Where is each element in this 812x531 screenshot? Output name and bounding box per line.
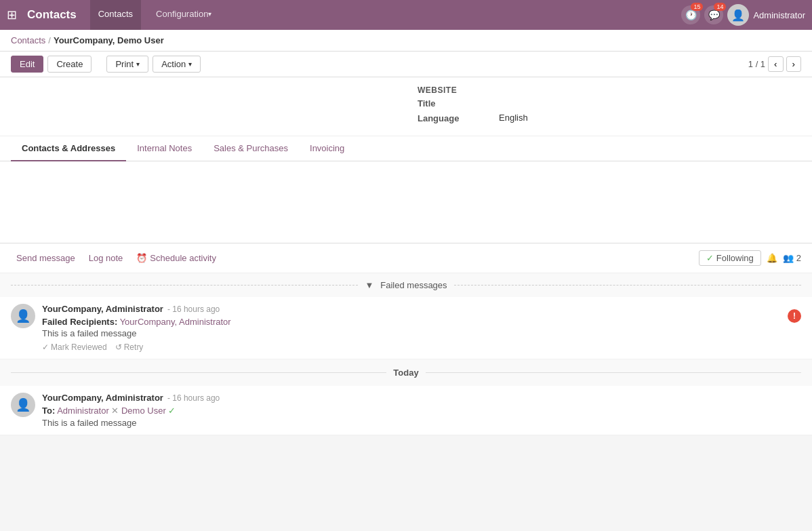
language-field-label: Language (418, 113, 499, 123)
today-label: Today (393, 368, 418, 378)
chat-badge-wrap[interactable]: 💬 14 (704, 5, 723, 24)
chatter-actions-bar: Send message Log note ⏰ Schedule activit… (0, 243, 812, 273)
record-right-panel: Website Title Language English (404, 85, 801, 127)
nav-config-arrow: ▾ (208, 10, 211, 18)
title-field-label: Title (418, 98, 499, 109)
grid-icon[interactable]: ⊞ (7, 7, 17, 22)
message-author-today: YourCompany, Administrator (42, 393, 163, 403)
failed-recipients-bold: Failed Recipients: (42, 317, 117, 327)
followers-count: 2 (796, 253, 801, 263)
check-icon-small: ✓ (42, 342, 49, 352)
action-buttons-group: Print ▾ Action ▾ (106, 56, 201, 73)
website-section-label: Website (418, 85, 801, 95)
tabs-bar: Contacts & Addresses Internal Notes Sale… (0, 136, 812, 161)
followers-badge[interactable]: 👥 2 (783, 253, 801, 263)
username-label: Administrator (753, 10, 805, 20)
breadcrumb-separator: / (48, 35, 51, 45)
failed-section-label: Failed messages (380, 280, 447, 290)
retry-label: Retry (124, 342, 144, 352)
toolbar: Edit Create Print ▾ Action ▾ 1 / 1 ‹ › (0, 52, 812, 77)
print-arrow: ▾ (136, 60, 140, 68)
today-divider: Today (0, 359, 812, 386)
edit-button[interactable]: Edit (11, 56, 43, 73)
nav-item-configuration[interactable]: Configuration ▾ (148, 0, 220, 30)
following-label: Following (716, 253, 754, 263)
mark-reviewed-link[interactable]: ✓ Mark Reviewed (42, 342, 107, 352)
nav-item-contacts[interactable]: Contacts (90, 0, 141, 30)
tab-internal-notes[interactable]: Internal Notes (126, 136, 203, 161)
message-body-today: YourCompany, Administrator - 16 hours ag… (42, 393, 801, 428)
message-avatar-today: 👤 (11, 393, 35, 417)
mark-reviewed-label: Mark Reviewed (51, 342, 107, 352)
pager-text: 1 / 1 (748, 59, 765, 69)
retry-link[interactable]: ↺ Retry (115, 342, 144, 352)
tab-sales-purchases[interactable]: Sales & Purchases (203, 136, 299, 161)
today-message-item: 👤 YourCompany, Administrator - 16 hours … (0, 386, 812, 435)
message-error-icon: ! (788, 309, 801, 323)
record-header: Website Title Language English (0, 77, 812, 136)
pager-prev-button[interactable]: ‹ (768, 56, 783, 72)
chat-badge: 14 (714, 3, 726, 11)
breadcrumb-current: YourCompany, Demo User (54, 35, 164, 45)
user-avatar[interactable]: 👤 (727, 4, 749, 26)
clock-badge-wrap[interactable]: 🕐 15 (681, 5, 700, 24)
pager-next-button[interactable]: › (786, 56, 801, 72)
create-button[interactable]: Create (47, 56, 92, 73)
clock-activity-icon: ⏰ (136, 253, 147, 263)
message-header-today: YourCompany, Administrator - 16 hours ag… (42, 393, 801, 403)
print-button[interactable]: Print ▾ (106, 56, 148, 73)
title-field-row: Title (418, 98, 801, 109)
record-left-panel (11, 85, 404, 127)
schedule-activity-label: Schedule activity (150, 253, 216, 263)
to-check-icon: ✓ (168, 406, 176, 416)
breadcrumb: Contacts / YourCompany, Demo User (0, 30, 812, 52)
to-recip2-link[interactable]: Demo User (121, 406, 166, 416)
following-button[interactable]: ✓ Following (699, 250, 761, 266)
failed-recip-link[interactable]: YourCompany, Administrator (120, 317, 231, 327)
pager-area: 1 / 1 ‹ › (748, 56, 801, 72)
print-label: Print (115, 59, 134, 69)
to-recip1-link[interactable]: Administrator (57, 406, 109, 416)
tab-content-area (0, 161, 812, 243)
app-name: Contacts (27, 8, 77, 22)
today-message-text: This is a failed message (42, 418, 801, 428)
breadcrumb-parent-link[interactable]: Contacts (11, 35, 45, 45)
following-check-icon: ✓ (706, 253, 714, 263)
schedule-activity-button[interactable]: ⏰ Schedule activity (131, 250, 222, 266)
followers-icon: 👥 (783, 253, 794, 263)
to-label: To: (42, 406, 55, 416)
send-message-button[interactable]: Send message (11, 250, 81, 266)
clock-badge: 15 (691, 3, 703, 11)
nav-right-area: 🕐 15 💬 14 👤 Administrator (681, 4, 805, 26)
retry-icon: ↺ (115, 342, 122, 352)
message-failed-label-1: Failed Recipients: YourCompany, Administ… (42, 317, 781, 327)
tab-contacts-addresses[interactable]: Contacts & Addresses (11, 136, 126, 161)
message-to-row: To: Administrator ✕ Demo User ✓ (42, 406, 801, 416)
log-note-button[interactable]: Log note (83, 250, 129, 266)
action-button[interactable]: Action ▾ (153, 56, 201, 73)
message-time-1: - 16 hours ago (167, 304, 220, 314)
message-body-1: YourCompany, Administrator - 16 hours ag… (42, 304, 781, 352)
message-time-today: - 16 hours ago (167, 393, 220, 403)
bell-icon[interactable]: 🔔 (767, 253, 777, 263)
tab-invoicing[interactable]: Invoicing (299, 136, 355, 161)
message-actions-1: ✓ Mark Reviewed ↺ Retry (42, 342, 781, 352)
language-field-row: Language English (418, 113, 801, 123)
failed-message-item: 👤 YourCompany, Administrator - 16 hours … (0, 297, 812, 359)
to-separator: ✕ (111, 406, 121, 416)
top-navigation: ⊞ Contacts Contacts Configuration ▾ 🕐 15… (0, 0, 812, 30)
message-text-1: This is a failed message (42, 328, 781, 338)
message-author-1: YourCompany, Administrator (42, 304, 163, 314)
language-field-value: English (499, 113, 528, 123)
failed-section-arrow[interactable]: ▼ (365, 280, 373, 290)
action-arrow: ▾ (188, 60, 192, 68)
failed-messages-divider: ▼ Failed messages (0, 273, 812, 297)
action-label: Action (161, 59, 186, 69)
chatter-container: Send message Log note ⏰ Schedule activit… (0, 243, 812, 435)
message-avatar-1: 👤 (11, 304, 35, 328)
nav-configuration-label: Configuration (156, 9, 208, 19)
record-form: Website Title Language English Contacts … (0, 77, 812, 243)
chatter-right-actions: ✓ Following 🔔 👥 2 (699, 250, 801, 266)
message-header-1: YourCompany, Administrator - 16 hours ag… (42, 304, 781, 314)
